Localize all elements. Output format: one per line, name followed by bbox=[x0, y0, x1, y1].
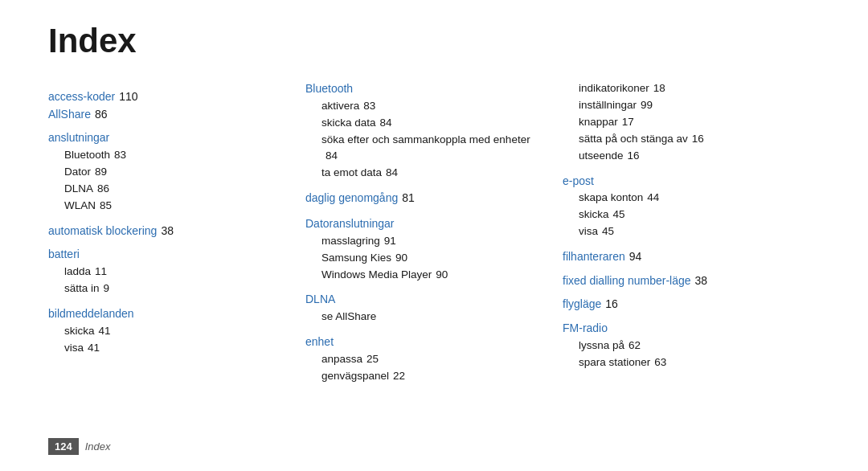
sub-utseende: utseende 16 bbox=[563, 148, 804, 165]
entry-flyglage: flygläge 16 bbox=[563, 296, 804, 313]
footer-page-number: 124 bbox=[48, 438, 79, 455]
sub-masslagring: masslagring 91 bbox=[305, 233, 547, 250]
sub-dator: Dator 89 bbox=[48, 164, 289, 181]
sub-lyssna-pa: lyssna på 62 bbox=[563, 338, 804, 354]
sub-wlan: WLAN 85 bbox=[48, 198, 289, 215]
footer-label: Index bbox=[85, 440, 111, 453]
sub-samsung-kies: Samsung Kies 90 bbox=[305, 250, 547, 267]
page-title: Index bbox=[48, 24, 820, 58]
sub-satta-pa: sätta på och stänga av 16 bbox=[563, 131, 804, 148]
sub-spara-stationer: spara stationer 63 bbox=[563, 354, 804, 371]
sub-knappar: knappar 17 bbox=[563, 114, 804, 131]
column-1: access-koder 110 AllShare 86 anslutninga… bbox=[48, 80, 305, 430]
column-3: indikatorikoner 18 inställningar 99 knap… bbox=[563, 80, 820, 430]
index-columns: access-koder 110 AllShare 86 anslutninga… bbox=[48, 80, 820, 430]
sub-ta-emot: ta emot data 84 bbox=[305, 165, 547, 182]
entry-epost: e-post bbox=[563, 173, 804, 190]
entry-daglig-genomgang: daglig genomgång 81 bbox=[305, 190, 547, 207]
sub-se-allshare: se AllShare bbox=[305, 309, 547, 326]
sub-skicka-epost: skicka 45 bbox=[563, 207, 804, 223]
sub-skicka-data: skicka data 84 bbox=[305, 115, 547, 132]
entry-access-koder: access-koder 110 bbox=[48, 88, 289, 106]
sub-ladda: ladda 11 bbox=[48, 264, 289, 281]
entry-batteri: batteri bbox=[48, 246, 289, 264]
sub-installningar: inställningar 99 bbox=[563, 97, 804, 114]
entry-allshare: AllShare 86 bbox=[48, 106, 289, 124]
entry-filhanteraren: filhanteraren 94 bbox=[563, 248, 804, 266]
entry-datoranslutningar: Datoranslutningar bbox=[305, 215, 547, 233]
page: Index access-koder 110 AllShare 86 anslu… bbox=[0, 0, 868, 471]
entry-bluetooth: Bluetooth bbox=[305, 80, 547, 98]
sub-dlna: DLNA 86 bbox=[48, 181, 289, 198]
entry-enhet: enhet bbox=[305, 334, 547, 351]
entry-automatisk-blockering: automatisk blockering 38 bbox=[48, 223, 289, 240]
entry-dlna: DLNA bbox=[305, 291, 547, 309]
sub-anpassa: anpassa 25 bbox=[305, 351, 547, 368]
entry-fm-radio: FM-radio bbox=[563, 320, 804, 338]
sub-skicka-bild: skicka 41 bbox=[48, 323, 289, 340]
sub-visa-bild: visa 41 bbox=[48, 340, 289, 357]
sub-indikatorikoner: indikatorikoner 18 bbox=[563, 80, 804, 97]
sub-bluetooth: Bluetooth 83 bbox=[48, 147, 289, 164]
sub-skapa-konton: skapa konton 44 bbox=[563, 190, 804, 207]
sub-windows-media-player: Windows Media Player 90 bbox=[305, 267, 547, 284]
sub-soka-efter: söka efter och sammankoppla med enheter … bbox=[305, 132, 547, 166]
entry-fixed-dialling: fixed dialling number-läge 38 bbox=[563, 272, 804, 290]
sub-genvagsPanel: genvägspanel 22 bbox=[305, 368, 547, 385]
column-2: Bluetooth aktivera 83 skicka data 84 sök… bbox=[305, 80, 563, 430]
entry-anslutningar: anslutningar bbox=[48, 129, 289, 147]
sub-visa-epost: visa 45 bbox=[563, 223, 804, 240]
sub-aktivera: aktivera 83 bbox=[305, 98, 547, 115]
footer: 124 Index bbox=[48, 430, 820, 455]
entry-bildmeddelanden: bildmeddelanden bbox=[48, 305, 289, 323]
sub-satta-in: sätta in 9 bbox=[48, 281, 289, 297]
